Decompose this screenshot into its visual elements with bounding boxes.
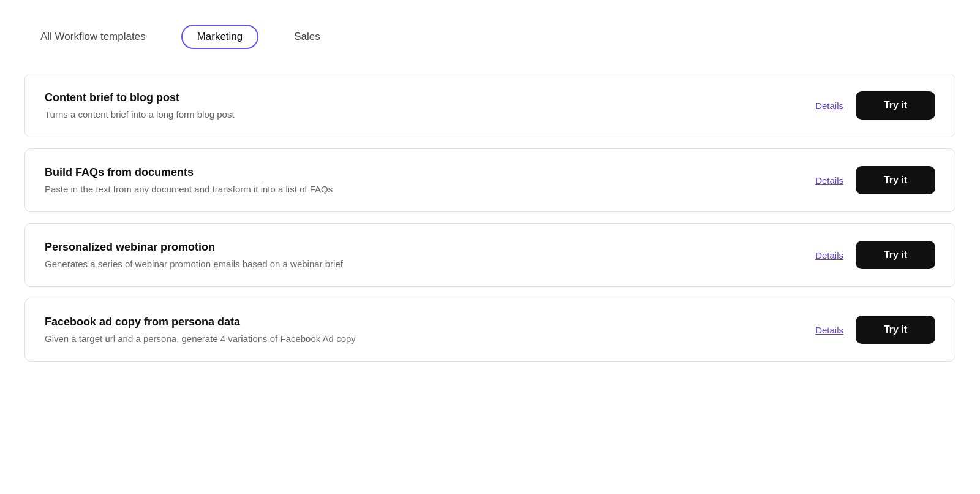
template-info: Content brief to blog post Turns a conte… <box>45 91 791 120</box>
details-link-build-faqs[interactable]: Details <box>815 175 843 186</box>
template-actions: Details Try it <box>815 316 935 344</box>
template-actions: Details Try it <box>815 166 935 194</box>
template-title: Personalized webinar promotion <box>45 241 791 254</box>
tab-marketing[interactable]: Marketing <box>181 25 259 49</box>
template-actions: Details Try it <box>815 91 935 120</box>
template-card-webinar-promotion: Personalized webinar promotion Generates… <box>24 223 956 287</box>
template-info: Build FAQs from documents Paste in the t… <box>45 166 791 194</box>
try-button-webinar-promotion[interactable]: Try it <box>856 241 935 269</box>
template-description: Turns a content brief into a long form b… <box>45 109 791 120</box>
template-info: Facebook ad copy from persona data Given… <box>45 316 791 344</box>
try-button-facebook-ad[interactable]: Try it <box>856 316 935 344</box>
template-title: Content brief to blog post <box>45 91 791 104</box>
templates-list: Content brief to blog post Turns a conte… <box>24 74 956 362</box>
details-link-facebook-ad[interactable]: Details <box>815 325 843 335</box>
details-link-content-brief[interactable]: Details <box>815 101 843 111</box>
tab-sales[interactable]: Sales <box>278 25 336 49</box>
tab-all-workflows[interactable]: All Workflow templates <box>24 25 162 49</box>
template-title: Facebook ad copy from persona data <box>45 316 791 329</box>
template-description: Given a target url and a persona, genera… <box>45 333 791 344</box>
try-button-content-brief[interactable]: Try it <box>856 91 935 120</box>
template-description: Generates a series of webinar promotion … <box>45 259 791 269</box>
template-description: Paste in the text from any document and … <box>45 184 791 194</box>
template-actions: Details Try it <box>815 241 935 269</box>
template-title: Build FAQs from documents <box>45 166 791 179</box>
template-card-content-brief-blog: Content brief to blog post Turns a conte… <box>24 74 956 137</box>
details-link-webinar-promotion[interactable]: Details <box>815 250 843 260</box>
template-card-build-faqs: Build FAQs from documents Paste in the t… <box>24 148 956 212</box>
try-button-build-faqs[interactable]: Try it <box>856 166 935 194</box>
nav-tabs: All Workflow templates Marketing Sales <box>24 15 956 64</box>
template-card-facebook-ad-copy: Facebook ad copy from persona data Given… <box>24 298 956 362</box>
template-info: Personalized webinar promotion Generates… <box>45 241 791 269</box>
